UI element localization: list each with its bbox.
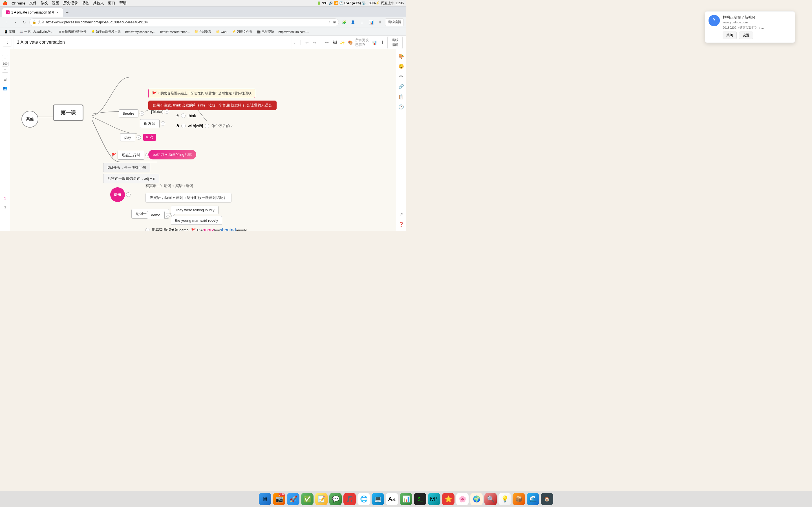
tab-close-button[interactable]: ✕ xyxy=(55,10,60,15)
node-yufa[interactable]: 语法 xyxy=(110,187,131,202)
bookmark-cssref[interactable]: https://cssreference... xyxy=(158,30,192,34)
online-course-label: 在线课程 xyxy=(199,30,211,34)
node-play[interactable]: play n. 戏 xyxy=(120,133,156,142)
magic-tool[interactable]: ✨ xyxy=(340,39,345,47)
image-tool[interactable]: 🖼 xyxy=(332,39,338,47)
bookmark-online-course[interactable]: 📁 在线课程 xyxy=(193,29,213,34)
menubar-people[interactable]: 其他人 xyxy=(93,1,104,6)
folder-icon: 📁 xyxy=(194,30,198,34)
download-button[interactable]: ⬇ xyxy=(376,18,384,26)
node-talking[interactable]: They were talking loudly xyxy=(171,206,218,214)
node-adj-demo[interactable]: 形容词,副词修饰 demo: 🚩 The angry boy shouted a… xyxy=(146,228,247,231)
bookmark-osoeco[interactable]: https://my.osoeco.xy... xyxy=(123,30,157,34)
osoeco-label: https://my.osoeco.xy... xyxy=(125,30,156,34)
node-qita[interactable]: 其他 xyxy=(21,111,38,128)
play-expand[interactable] xyxy=(137,135,141,140)
present-button[interactable]: 📊 xyxy=(367,18,375,26)
menubar-history[interactable]: 历史记录 xyxy=(63,1,78,6)
zoom-in-button[interactable]: + xyxy=(2,55,8,61)
refresh-button[interactable]: ↻ xyxy=(20,18,28,26)
rs-clipboard-btn[interactable]: 📋 xyxy=(397,93,405,101)
flag-xianzai: 🚩 xyxy=(112,153,116,158)
rs-share-btn[interactable]: ↗ xyxy=(397,210,405,218)
menubar-view[interactable]: 视图 xyxy=(52,1,59,6)
active-tab[interactable]: 1A 1 A private conversation 简单… ✕ xyxy=(2,8,63,17)
node-di-yi-ke[interactable]: 第一课 xyxy=(53,105,84,121)
extensions-button[interactable]: 🧩 xyxy=(340,18,348,26)
bookmark-yilan[interactable]: 📖 一览 - JavaScript学... xyxy=(18,29,55,34)
app-back-button[interactable]: ‹ xyxy=(3,39,11,47)
yilan-icon: 📖 xyxy=(19,30,23,34)
qita-circle: 其他 xyxy=(21,111,38,128)
th-expand[interactable] xyxy=(161,121,165,126)
eth-val-expand[interactable] xyxy=(205,124,209,128)
bookmark-apps[interactable]: 📱 应用 xyxy=(2,29,17,34)
node-theatre[interactable]: theatre xyxy=(119,109,144,117)
new-tab-button[interactable]: + xyxy=(63,9,71,17)
bookmark-work[interactable]: 📁 work xyxy=(214,29,229,34)
node-demo[interactable]: demo xyxy=(147,211,170,219)
menubar-app-name[interactable]: Chrome xyxy=(11,1,26,5)
node-adj-n[interactable]: 形容词一般修饰名词，adj + n xyxy=(103,174,159,183)
menubar-window[interactable]: 窗口 xyxy=(108,1,115,6)
rs-link-btn[interactable]: 🔗 xyxy=(397,82,405,91)
node-did-q[interactable]: Did开头，是一般疑问句 xyxy=(103,163,150,172)
shouted-word: shouted xyxy=(220,228,236,231)
cursor-tool[interactable]: ✏ xyxy=(324,39,330,47)
node-xianzai[interactable]: 🚩 现在进行时 xyxy=(112,151,150,160)
adj-demo-expand[interactable] xyxy=(146,228,150,231)
rs-help-btn[interactable]: ❓ xyxy=(397,220,405,228)
present-icon-btn[interactable]: 📊 xyxy=(371,39,377,47)
rs-history-btn[interactable]: 🕐 xyxy=(397,103,405,111)
menubar-help[interactable]: 帮助 xyxy=(119,1,126,6)
node-said-rudely[interactable]: the young man said rudely xyxy=(171,216,222,225)
yufa-expand[interactable] xyxy=(126,192,131,197)
eth-expand[interactable] xyxy=(181,124,186,128)
menubar-file[interactable]: 文件 xyxy=(29,1,37,6)
apple-menu[interactable]: 🍎 xyxy=(2,1,8,6)
bookmark-zhihu-label: 知乎前端开发主题 xyxy=(96,30,121,34)
offline-btn[interactable]: 离线编辑 xyxy=(388,36,403,49)
download-icon-btn[interactable]: ⬇ xyxy=(380,39,385,47)
undo-btn[interactable]: ↩ xyxy=(304,39,310,47)
bookmark-mindmap[interactable]: 🖥 在线思维导图软件 xyxy=(56,29,88,34)
theta-expand[interactable] xyxy=(181,114,186,118)
offline-edit-button[interactable]: 离线编辑 xyxy=(385,18,404,26)
more-button[interactable]: ⋮ xyxy=(358,18,366,26)
node-th-sound[interactable]: th 发音 xyxy=(140,119,165,128)
node-sink-warn[interactable]: 如果不注意, think 会发的和 sink( 下沉)一个音,那就发错了,会让懂… xyxy=(148,101,276,110)
bookmark-star-icon[interactable]: ☆ xyxy=(328,20,331,24)
profile-button[interactable]: 👤 xyxy=(349,18,357,26)
sidebar-group-btn[interactable]: 👥 xyxy=(1,84,9,92)
zoom-out-button[interactable]: − xyxy=(2,66,8,73)
theatre-expand[interactable] xyxy=(140,111,144,116)
expand-title-icon[interactable]: ⌄ xyxy=(293,40,296,45)
bookmark-medium[interactable]: https://medium.com/... xyxy=(277,30,311,34)
node-sound-desc[interactable]: 🚩 θ的发音是舌头在上下牙齿之间,咬舌发θ,然后发完θ,舌头往回收 xyxy=(148,89,255,98)
menubar-edit[interactable]: 修改 xyxy=(41,1,48,6)
sidebar-grid-btn[interactable]: ⊞ xyxy=(1,75,9,83)
forward-button[interactable]: › xyxy=(11,18,19,26)
page-num-left: 1 xyxy=(1,194,9,202)
play-badge: n. 戏 xyxy=(143,134,156,141)
node-be-formula[interactable]: be动词 + 动词的ing形式 xyxy=(148,150,196,159)
demo-expand[interactable] xyxy=(166,213,170,217)
eth-desc: 像个咬舌的 z xyxy=(211,123,233,128)
menubar: 🍎 Chrome 文件 修改 视图 历史记录 书签 其他人 窗口 帮助 🔋 99… xyxy=(0,0,406,6)
paint-tool[interactable]: 🎨 xyxy=(347,39,353,47)
eth-val: with[wið] xyxy=(188,124,203,128)
menubar-bookmarks[interactable]: 书签 xyxy=(82,1,89,6)
redo-btn[interactable]: ↪ xyxy=(312,39,317,47)
back-button[interactable]: ‹ xyxy=(2,18,10,26)
rs-palette-btn[interactable]: 🎨 xyxy=(397,52,405,60)
menubar-datetime: 89%⚡ 周五上午 11:36 xyxy=(369,1,404,6)
rs-edit-btn[interactable]: ✏ xyxy=(397,72,405,80)
node-theatre-phonetic: ['θiətər] xyxy=(151,109,169,114)
bookmark-shanyin[interactable]: ⚡ 闪银文件夹 xyxy=(231,29,254,34)
bookmark-zhihu[interactable]: 💡 知乎前端开发主题 xyxy=(89,29,122,34)
rs-emoji-btn[interactable]: 😊 xyxy=(397,62,405,70)
address-bar[interactable]: 🔒 安全 https://www.processon.com/mindmap/5… xyxy=(29,18,339,26)
theatre-phon-expand[interactable] xyxy=(165,109,169,114)
bookmark-movies[interactable]: 🎬 电影资源 xyxy=(255,29,276,34)
mindmap-icon: 🖥 xyxy=(58,30,61,34)
